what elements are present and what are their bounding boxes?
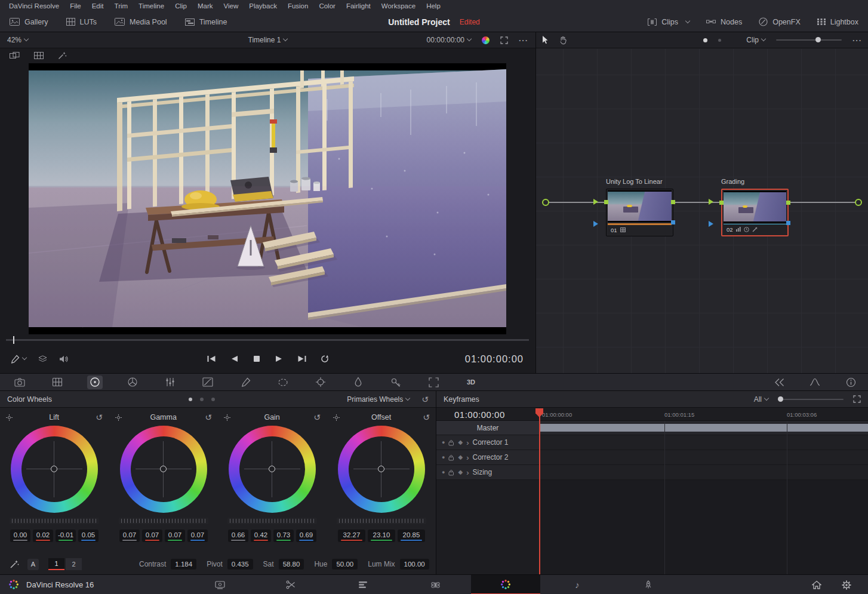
fairlight-page-button[interactable]: ♪ — [564, 575, 590, 594]
corrector-2-lane[interactable] — [539, 450, 868, 465]
output-port[interactable] — [855, 199, 862, 206]
menu-app[interactable]: DaVinci Resolve — [4, 2, 64, 10]
color-viewer-icon[interactable] — [482, 36, 490, 44]
node-rgb-output-port[interactable] — [786, 201, 790, 205]
gain-y-value[interactable]: 0.66 — [228, 530, 248, 542]
hand-tool-icon[interactable] — [559, 36, 567, 45]
offset-g-value[interactable]: 23.10 — [368, 530, 395, 542]
jump-to-start-button[interactable] — [205, 354, 217, 364]
color-match-icon[interactable] — [50, 376, 65, 389]
gallery-button[interactable]: Gallery — [10, 18, 48, 26]
menu-playback[interactable]: Playback — [244, 2, 282, 10]
gamma-color-wheel[interactable] — [120, 426, 207, 513]
timeline-button[interactable]: Timeline — [185, 18, 227, 26]
lock-icon[interactable] — [448, 469, 454, 476]
master-clip-bar[interactable] — [540, 424, 868, 432]
node-zoom-slider-thumb[interactable] — [815, 37, 821, 42]
corrector-1-lane[interactable] — [539, 435, 868, 450]
auto-balance-button[interactable]: A — [27, 559, 39, 570]
row-enable-dot-icon[interactable]: ● — [442, 470, 445, 475]
scopes-icon[interactable] — [807, 376, 823, 389]
lift-reset-button[interactable]: ↺ — [96, 413, 103, 421]
wheel-tab-1[interactable]: 1 — [48, 558, 64, 570]
sat-value[interactable]: 58.80 — [279, 559, 304, 570]
node-key-output-port[interactable] — [786, 221, 790, 225]
openfx-button[interactable]: OpenFX — [759, 17, 801, 26]
lift-master-slider[interactable] — [10, 518, 99, 524]
offset-r-value[interactable]: 32.27 — [338, 530, 365, 542]
source-input-port[interactable] — [542, 199, 549, 206]
blur-icon[interactable] — [350, 376, 366, 389]
expand-viewer-icon[interactable] — [500, 36, 508, 44]
lock-icon[interactable] — [448, 454, 454, 461]
menu-timeline[interactable]: Timeline — [133, 2, 170, 10]
wheels-mode-select[interactable]: Primaries Wheels — [347, 395, 410, 404]
row-enable-dot-icon[interactable]: ● — [442, 455, 445, 460]
wheel-target-icon[interactable] — [224, 414, 230, 421]
keyframes-master-row[interactable]: Master — [436, 421, 539, 435]
node-zoom-slider[interactable] — [776, 39, 842, 41]
menu-clip[interactable]: Clip — [170, 2, 192, 10]
wheel-target-icon[interactable] — [333, 414, 340, 421]
curves-icon[interactable] — [200, 376, 216, 389]
menu-view[interactable]: View — [218, 2, 244, 10]
keyframe-diamond-icon[interactable]: ◆ — [458, 454, 463, 460]
fusion-page-button[interactable] — [422, 575, 448, 594]
keyframes-playhead[interactable] — [539, 408, 540, 574]
offset-b-value[interactable]: 20.85 — [398, 530, 425, 542]
gamma-g-value[interactable]: 0.07 — [165, 530, 185, 542]
node-rgb-input-port[interactable] — [604, 200, 608, 204]
deliver-page-button[interactable] — [635, 575, 661, 594]
node-01-unity-log-to-linear[interactable]: 01 — [606, 189, 673, 236]
viewer-timecode-field[interactable]: 00:00:00:00 — [427, 36, 471, 44]
loop-button[interactable] — [319, 354, 331, 364]
gain-b-value[interactable]: 0.69 — [296, 530, 316, 542]
grid-view-icon[interactable] — [34, 52, 44, 59]
node-02-grading[interactable]: 02 — [721, 189, 789, 236]
lum-mix-value[interactable]: 100.00 — [400, 559, 429, 570]
color-page-button-active[interactable] — [471, 575, 540, 594]
camera-raw-icon[interactable] — [12, 376, 27, 389]
grab-still-button[interactable] — [11, 355, 26, 364]
power-window-icon[interactable] — [275, 376, 291, 389]
menu-help[interactable]: Help — [421, 2, 446, 10]
gamma-master-slider[interactable] — [119, 518, 208, 524]
row-enable-dot-icon[interactable]: ● — [442, 440, 445, 445]
keyframe-diamond-icon[interactable]: ◆ — [458, 439, 463, 445]
media-pool-button[interactable]: Media Pool — [115, 18, 167, 26]
keyframes-zoom-thumb[interactable] — [778, 396, 783, 402]
row-expand-chevron-icon[interactable]: › — [466, 454, 469, 461]
gamma-r-value[interactable]: 0.07 — [142, 530, 162, 542]
sizing-lane[interactable] — [539, 465, 868, 480]
page-indicator-dots[interactable] — [189, 398, 215, 401]
lock-icon[interactable] — [448, 439, 454, 446]
menu-color[interactable]: Color — [313, 2, 340, 10]
node-key-output-port[interactable] — [671, 220, 675, 224]
keyframes-ruler[interactable]: 01:00:00:00 01:00:00:00 01:00:01:15 01:0… — [436, 408, 868, 421]
play-reverse-button[interactable] — [228, 354, 240, 364]
play-button[interactable] — [273, 354, 285, 364]
viewer-scrub-bar[interactable] — [6, 339, 529, 341]
keyframes-filter-select[interactable]: All — [754, 395, 768, 404]
node-mode-select[interactable]: Clip — [746, 36, 765, 44]
gain-master-slider[interactable] — [227, 518, 317, 524]
menu-fairlight[interactable]: Fairlight — [341, 2, 376, 10]
menu-edit[interactable]: Edit — [87, 2, 109, 10]
qualifier-icon[interactable] — [238, 376, 253, 389]
viewer-options-menu[interactable]: ··· — [519, 36, 528, 45]
lift-y-value[interactable]: 0.00 — [10, 530, 30, 542]
lift-g-value[interactable]: -0.01 — [56, 530, 76, 542]
gain-reset-button[interactable]: ↺ — [313, 413, 321, 421]
menu-trim[interactable]: Trim — [109, 2, 134, 10]
offset-master-slider[interactable] — [337, 518, 426, 524]
gain-r-value[interactable]: 0.42 — [251, 530, 271, 542]
luts-button[interactable]: LUTs — [66, 18, 97, 26]
offset-reset-button[interactable]: ↺ — [423, 413, 430, 421]
sizing-icon[interactable] — [426, 376, 441, 389]
keyframes-master-lane[interactable] — [539, 421, 868, 435]
gamma-y-value[interactable]: 0.07 — [119, 530, 140, 542]
audio-mute-icon[interactable] — [59, 355, 68, 363]
hdr-wheels-icon[interactable] — [125, 376, 140, 389]
gamma-reset-button[interactable]: ↺ — [205, 413, 212, 421]
gain-g-value[interactable]: 0.73 — [273, 530, 294, 542]
